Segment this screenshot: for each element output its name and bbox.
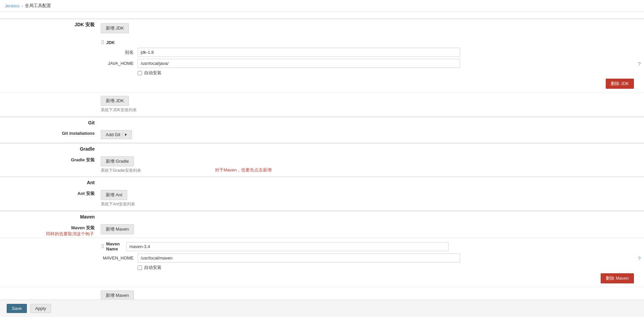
jdk-add2-spacer <box>0 94 101 114</box>
maven-section-title-row: Maven <box>0 211 644 221</box>
maven-section-title: Maven <box>0 214 101 220</box>
ant-add-btn[interactable]: 新增 Ant <box>101 190 127 200</box>
jdk-section-title-row: JDK 安装 新增 JDK <box>0 18 644 36</box>
maven-home-label: MAVEN_HOME <box>101 255 138 261</box>
apply-button[interactable]: Apply <box>30 304 51 313</box>
ant-section-title: Ant <box>0 180 101 185</box>
ant-install-label: Ant 安装 <box>0 189 101 208</box>
ant-install-content: 新增 Ant 系统下Ant安装列表 <box>101 189 644 208</box>
breadcrumb: Jenkins › 全局工具配置 <box>0 0 644 12</box>
maven-entry-content: ⠿ Maven Name 别名，同时存在多个版本时，可以用别名来调用不同的版本 … <box>101 240 644 285</box>
maven-install-label: Maven 安装 <box>0 223 101 236</box>
bottom-bar: Save Apply <box>0 300 644 317</box>
gradle-install-row: Gradle 安装 新增 Gradle 系统下Gradle安装列表 <box>0 153 644 177</box>
jdk-delete-btn[interactable]: 删除 JDK <box>606 79 634 89</box>
jdk-javahome-label: JAVA_HOME <box>101 61 138 66</box>
jdk-entry-title: JDK <box>106 40 115 45</box>
maven-delete-btn[interactable]: 删除 Maven <box>601 273 634 283</box>
jdk-entry-row: ⠿ JDK 别名 JAVA_HOME ? <box>0 36 644 92</box>
breadcrumb-sep: › <box>21 3 23 8</box>
maven-add-row: Maven 安装 新增 Maven 同样的也要取消这个钩子 <box>0 221 644 238</box>
breadcrumb-current: 全局工具配置 <box>25 3 51 9</box>
jdk-alias-input[interactable] <box>138 48 460 57</box>
jdk-javahome-input[interactable] <box>138 59 460 68</box>
maven-annotation-row: 对于Maven，也要先点击新增 <box>215 167 644 173</box>
maven-home-input[interactable] <box>138 253 460 263</box>
ant-install-row: Ant 安装 新增 Ant 系统下Ant安装列表 <box>0 187 644 211</box>
git-section-title-row: Git <box>0 117 644 127</box>
maven-home-value-wrap: maven安装的路径 <box>138 253 644 263</box>
maven-note-text: 对于Maven，也要先点击新增 <box>215 167 272 172</box>
maven-name-title-row: ⠿ Maven Name 别名，同时存在多个版本时，可以用别名来调用不同的版本 <box>101 241 644 251</box>
jdk-add2-row: 新增 JDK 系统下JDK安装列表 <box>0 92 644 117</box>
jdk-system-list: 系统下JDK安装列表 <box>101 107 644 113</box>
git-add-btn[interactable]: Add Git ▾ <box>101 130 132 139</box>
jdk-entry-content: ⠿ JDK 别名 JAVA_HOME ? <box>101 38 644 90</box>
jdk-entry-spacer <box>0 38 101 90</box>
maven-add-content: 新增 Maven <box>101 223 644 236</box>
jdk-javahome-value-wrap <box>138 59 644 68</box>
jdk-alias-row: 别名 <box>101 48 644 57</box>
maven-entry-row: ⠿ Maven Name 别名，同时存在多个版本时，可以用别名来调用不同的版本 … <box>0 238 644 287</box>
maven-autoinstall-checkbox[interactable] <box>138 266 142 270</box>
breadcrumb-jenkins[interactable]: Jenkins <box>5 3 19 8</box>
jdk-drag-handle[interactable]: ⠿ <box>101 39 105 46</box>
ant-system-list: 系统下Ant安装列表 <box>101 201 644 207</box>
jdk-add2-btn[interactable]: 新增 JDK <box>101 96 129 106</box>
maven-entry-title-line2: Name <box>106 246 120 251</box>
maven-drag-handle[interactable]: ⠿ <box>101 243 105 250</box>
maven-add2-btn[interactable]: 新增 Maven <box>101 290 134 301</box>
ant-section-title-row: Ant <box>0 176 644 187</box>
gradle-section-title-row: Gradle <box>0 143 644 153</box>
maven-name-input[interactable] <box>126 242 449 251</box>
save-button[interactable]: Save <box>7 304 27 313</box>
git-section-title: Git <box>0 120 101 125</box>
maven-autoinstall-label: 自动安装 <box>144 265 162 271</box>
jdk-autoinstall-row: 自动安装 <box>138 70 644 76</box>
maven-help-icon[interactable]: ? <box>638 255 641 261</box>
jdk-alias-label: 别名 <box>101 49 138 55</box>
gradle-add-btn[interactable]: 新增 Gradle <box>101 156 134 166</box>
jdk-javahome-row: JAVA_HOME ? <box>101 59 644 68</box>
maven-autoinstall-row: 自动安装 <box>138 265 644 271</box>
maven-entry-spacer <box>0 240 101 285</box>
git-installations-label: Git installations <box>0 129 101 141</box>
gradle-install-label: Gradle 安装 <box>0 155 101 175</box>
gradle-section-title: Gradle <box>0 146 101 152</box>
git-installations-content: Add Git ▾ <box>101 129 644 141</box>
git-add-arrow: ▾ <box>122 132 127 137</box>
jdk-add-btn[interactable]: 新增 JDK <box>101 23 129 33</box>
form-section: JDK 安装 新增 JDK ⠿ JDK 别名 <box>0 18 644 317</box>
maven-home-row: MAVEN_HOME maven安装的路径 ? <box>101 253 644 263</box>
jdk-title-row: ⠿ JDK <box>101 39 644 46</box>
git-add-label: Add Git <box>106 132 120 137</box>
jdk-help-icon[interactable]: ? <box>638 61 641 67</box>
jdk-alias-value-wrap <box>138 48 644 57</box>
main-content: JDK 安装 新增 JDK ⠿ JDK 别名 <box>0 12 644 317</box>
jdk-add2-content: 新增 JDK 系统下JDK安装列表 <box>101 94 644 114</box>
jdk-section-title: JDK 安装 <box>0 22 101 35</box>
git-installations-row: Git installations Add Git ▾ <box>0 127 644 143</box>
maven-entry-title-line1: Maven <box>106 241 120 246</box>
maven-add-btn[interactable]: 新增 Maven <box>101 224 134 234</box>
jdk-autoinstall-label: 自动安装 <box>144 70 162 76</box>
jdk-autoinstall-checkbox[interactable] <box>138 71 142 75</box>
